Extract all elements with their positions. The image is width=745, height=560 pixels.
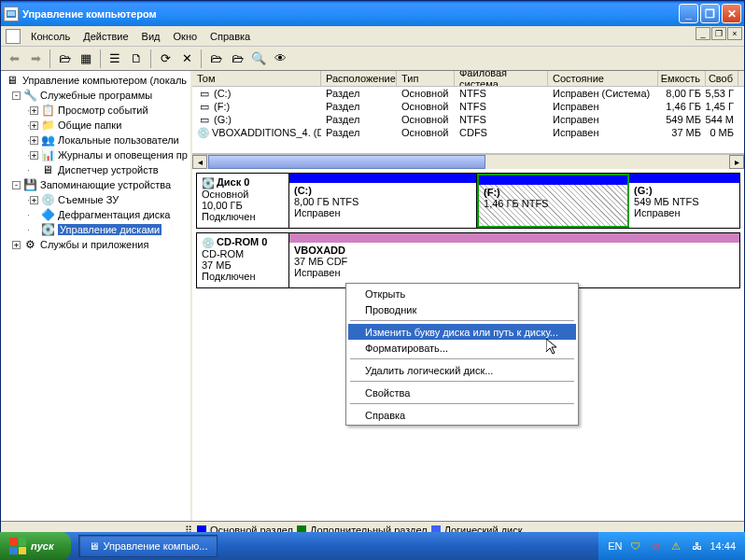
mdi-close[interactable]: ×	[727, 27, 742, 40]
col-free[interactable]: Своб	[706, 71, 738, 86]
cd-icon: 💿	[202, 237, 217, 248]
volume-row[interactable]: ▭(F:)РазделОсновнойNTFSИсправен1,46 ГБ1,…	[192, 100, 744, 113]
ctx-change-drive-letter[interactable]: Изменить букву диска или путь к диску...	[348, 324, 576, 340]
volume-row[interactable]: ▭(G:)РазделОсновнойNTFSИсправен549 МБ544…	[192, 113, 744, 126]
system-tray[interactable]: EN 🛡 ⊘ ⚠ 🖧 14:44	[598, 532, 745, 560]
cdrom-0-info[interactable]: 💿CD-ROM 0 CD-ROM37 МБПодключен	[197, 233, 289, 287]
tree-defrag[interactable]: ·🔷Дефрагментация диска	[1, 207, 190, 222]
maximize-button[interactable]: ❐	[700, 4, 720, 23]
disk-0-info[interactable]: 💽Диск 0 Основной10,00 ГБПодключен	[197, 174, 289, 228]
close-button[interactable]: ✕	[722, 4, 741, 23]
up-icon[interactable]: 🗁	[54, 49, 75, 69]
volume-row[interactable]: ▭(C:)РазделОсновнойNTFSИсправен (Система…	[192, 87, 744, 100]
tree-events[interactable]: ·+📋Просмотр событий	[1, 103, 190, 118]
settings-icon[interactable]: 🗁	[227, 49, 247, 69]
col-location[interactable]: Расположение	[321, 71, 397, 86]
tree-storage[interactable]: -💾Запоминающие устройства	[1, 177, 190, 192]
forward-icon: ➡	[25, 49, 46, 69]
cdrom-0[interactable]: 💿CD-ROM 0 CD-ROM37 МБПодключен VBOXADD37…	[196, 232, 740, 288]
menu-help[interactable]: Справка	[204, 29, 257, 44]
partition-g[interactable]: (G:)549 МБ NTFSИсправен	[629, 174, 739, 228]
ctx-properties[interactable]: Свойства	[348, 385, 576, 400]
volume-row[interactable]: 💿VBOXADDITIONS_4. (D:)РазделОсновнойCDFS…	[192, 126, 744, 139]
titlebar[interactable]: Управление компьютером _ ❐ ✕	[1, 1, 744, 26]
minimize-button[interactable]: _	[679, 4, 698, 23]
help-icon[interactable]: 👁	[270, 49, 290, 69]
find-icon[interactable]: 🔍	[248, 49, 269, 69]
drive-icon: ▭	[197, 114, 212, 125]
svg-rect-1	[7, 11, 15, 16]
tree-users[interactable]: ·+👥Локальные пользователи	[1, 133, 190, 147]
partition-c[interactable]: (C:)8,00 ГБ NTFSИсправен	[289, 174, 477, 228]
toolbar: ⬅ ➡ 🗁 ▦ ☰ 🗋 ⟳ ✕ 🗁 🗁 🔍 👁	[1, 47, 744, 71]
export-icon[interactable]: 🗁	[205, 49, 226, 69]
col-capacity[interactable]: Емкость	[658, 71, 706, 86]
windows-logo-icon	[9, 538, 26, 554]
properties-icon[interactable]: ☰	[105, 49, 125, 69]
show-hide-icon[interactable]: ▦	[76, 49, 96, 69]
context-menu: Открыть Проводник Изменить букву диска и…	[345, 283, 579, 426]
start-button[interactable]: пуск	[0, 532, 71, 560]
ctx-format[interactable]: Форматировать...	[348, 340, 576, 356]
tray-shield-icon[interactable]: 🛡	[627, 539, 642, 553]
menu-console[interactable]: Консоль	[24, 29, 77, 44]
menu-action[interactable]: Действие	[77, 29, 134, 44]
app-icon: 🖥	[89, 540, 99, 552]
scroll-thumb[interactable]	[208, 155, 485, 169]
tree-util[interactable]: -🔧Служебные программы	[1, 88, 190, 103]
window-title: Управление компьютером	[22, 8, 157, 20]
menubar: Консоль Действие Вид Окно Справка _ ❐ ×	[1, 26, 744, 47]
disk-icon: 💽	[202, 177, 217, 189]
ctx-help[interactable]: Справка	[348, 407, 576, 423]
mdi-restore[interactable]: ❐	[711, 27, 726, 40]
tree-root[interactable]: 🖥Управление компьютером (локаль	[1, 73, 190, 88]
tree-devmgr[interactable]: ·🖥Диспетчер устройств	[1, 162, 190, 177]
tray-block-icon[interactable]: ⊘	[648, 539, 663, 553]
volume-hscroll[interactable]: ◂▸	[192, 154, 744, 169]
col-filesystem[interactable]: Файловая система	[455, 71, 548, 86]
tray-warning-icon[interactable]: ⚠	[668, 539, 683, 553]
disk-0[interactable]: 💽Диск 0 Основной10,00 ГБПодключен (C:)8,…	[196, 173, 740, 229]
main-window: Управление компьютером _ ❐ ✕ Консоль Дей…	[0, 0, 745, 539]
ctx-open[interactable]: Открыть	[348, 286, 576, 301]
cd-icon: 💿	[197, 127, 210, 138]
tree-diskmgmt[interactable]: ·💽Управление дисками	[1, 222, 190, 237]
scroll-left-icon[interactable]: ◂	[192, 155, 207, 169]
clock[interactable]: 14:44	[710, 540, 736, 552]
tree-folders[interactable]: ·+📁Общие папки	[1, 118, 190, 133]
ctx-explorer[interactable]: Проводник	[348, 301, 576, 317]
drive-icon: ▭	[197, 101, 212, 112]
volume-list-header: Том Расположение Тип Файловая система Со…	[192, 71, 744, 87]
menu-window[interactable]: Окно	[167, 29, 204, 44]
tree-view[interactable]: 🖥Управление компьютером (локаль -🔧Служеб…	[1, 71, 192, 538]
col-type[interactable]: Тип	[397, 71, 455, 86]
volume-list[interactable]: ▭(C:)РазделОсновнойNTFSИсправен (Система…	[192, 87, 744, 154]
mdi-minimize[interactable]: _	[696, 27, 710, 40]
delete-icon[interactable]: ✕	[176, 49, 197, 69]
back-icon: ⬅	[4, 49, 24, 69]
col-state[interactable]: Состояние	[548, 71, 658, 86]
partition-f[interactable]: (F:)1,46 ГБ NTFS	[477, 174, 629, 228]
drive-icon: ▭	[197, 88, 212, 99]
ctx-delete[interactable]: Удалить логический диск...	[348, 362, 576, 378]
taskbar-item[interactable]: 🖥Управление компью...	[78, 535, 218, 557]
tree-journals[interactable]: ·+📊Журналы и оповещения пр	[1, 147, 190, 162]
language-indicator[interactable]: EN	[608, 540, 622, 552]
tree-services[interactable]: +⚙Службы и приложения	[1, 237, 190, 252]
taskbar: пуск 🖥Управление компью... EN 🛡 ⊘ ⚠ 🖧 14…	[0, 532, 745, 560]
col-volume[interactable]: Том	[192, 71, 321, 86]
app-icon	[4, 7, 19, 21]
menu-view[interactable]: Вид	[135, 29, 167, 44]
tree-removable[interactable]: ·+💿Съемные ЗУ	[1, 192, 190, 207]
refresh-icon[interactable]: ⟳	[155, 49, 176, 69]
tray-network-icon[interactable]: 🖧	[689, 539, 704, 553]
tree-icon[interactable]: 🗋	[126, 49, 147, 69]
system-menu-icon[interactable]	[6, 29, 21, 44]
scroll-right-icon[interactable]: ▸	[729, 155, 744, 169]
partition-cdrom[interactable]: VBOXADD37 МБ CDFИсправен	[289, 233, 739, 287]
